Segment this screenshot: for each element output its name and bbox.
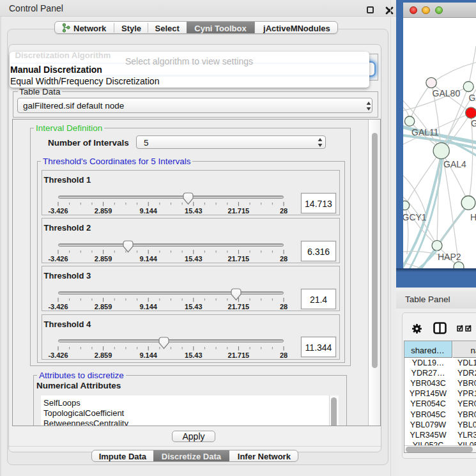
svg-text:H: H <box>470 212 476 222</box>
svg-text:GAL11: GAL11 <box>411 127 439 137</box>
svg-text:GAL4: GAL4 <box>443 159 466 169</box>
svg-text:GA: GA <box>469 93 476 103</box>
svg-text:HAP2: HAP2 <box>438 252 461 262</box>
svg-text:G: G <box>471 118 476 128</box>
svg-text:GAL80: GAL80 <box>433 88 461 98</box>
svg-text:GCY1: GCY1 <box>403 212 427 222</box>
